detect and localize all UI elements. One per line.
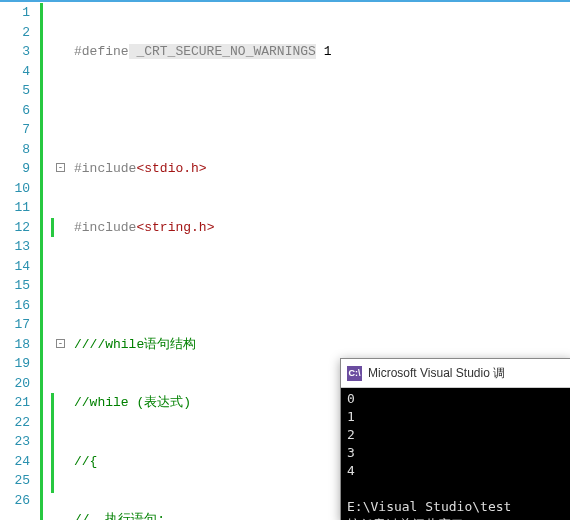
line-number-gutter: 1234567891011121314151617181920212223242… bbox=[0, 3, 34, 510]
fold-icon[interactable]: - bbox=[56, 339, 65, 348]
console-title: Microsoft Visual Studio 调 bbox=[368, 365, 505, 382]
code-editor[interactable]: 1234567891011121314151617181920212223242… bbox=[0, 0, 570, 520]
console-titlebar[interactable]: C:\ Microsoft Visual Studio 调 bbox=[341, 359, 570, 388]
fold-icon[interactable]: - bbox=[56, 163, 65, 172]
console-output: 0 1 2 3 4 E:\Visual Studio\test 按任意键关闭此窗… bbox=[341, 388, 570, 520]
debug-console-window[interactable]: C:\ Microsoft Visual Studio 调 0 1 2 3 4 … bbox=[340, 358, 570, 520]
app-icon: C:\ bbox=[347, 366, 362, 381]
